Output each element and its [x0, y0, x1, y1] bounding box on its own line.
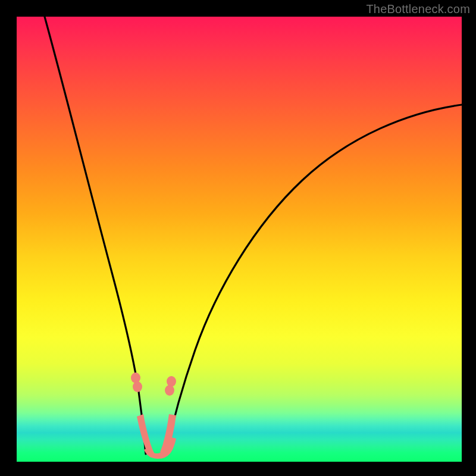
chart-curves-svg — [17, 17, 462, 462]
chart-frame: TheBottleneck.com — [0, 0, 476, 476]
svg-point-2 — [167, 376, 176, 387]
watermark-text: TheBottleneck.com — [366, 2, 470, 16]
curve-right — [165, 105, 462, 456]
blob-arc-right — [160, 414, 176, 455]
svg-point-3 — [165, 385, 174, 396]
svg-point-1 — [133, 381, 142, 392]
curve-left — [45, 17, 146, 454]
bottom-blob-cluster — [131, 372, 176, 459]
plot-outer — [17, 17, 462, 462]
svg-point-0 — [131, 372, 140, 383]
